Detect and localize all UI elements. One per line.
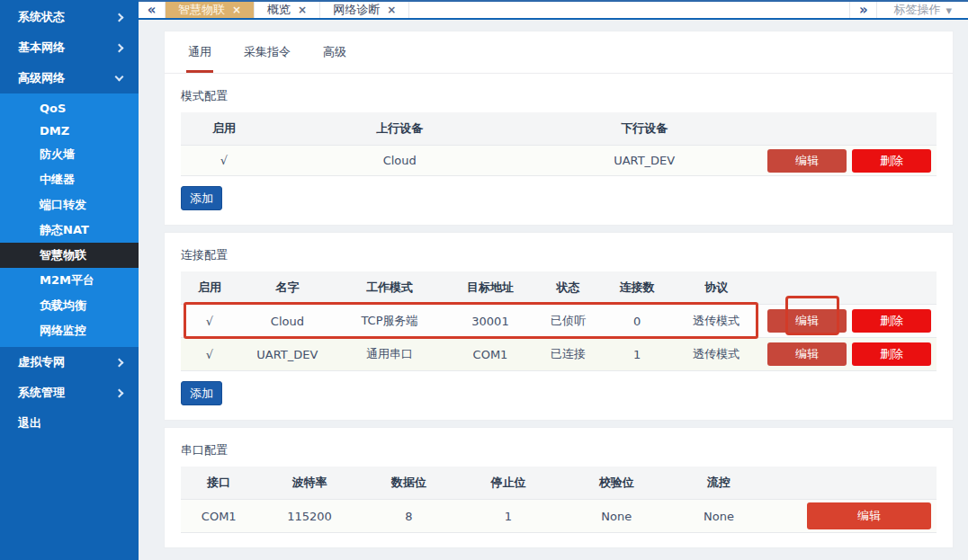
column-header: 状态: [538, 271, 598, 304]
tab-advanced[interactable]: 高级: [321, 31, 348, 73]
delete-button[interactable]: 删除: [852, 309, 931, 333]
tabs-scroll-left-icon[interactable]: «: [139, 2, 166, 18]
enabled-checkmark: √: [181, 340, 238, 369]
add-mode-button[interactable]: 添加: [181, 186, 222, 210]
column-header: 启用: [181, 271, 238, 304]
sidebar-item-vpn[interactable]: 虚拟专网: [0, 347, 139, 378]
sidebar-item-label: 端口转发: [40, 197, 86, 213]
chevron-right-icon: [115, 13, 124, 22]
chevron-right-icon: [115, 358, 124, 367]
sidebar-item-logout[interactable]: 退出: [0, 408, 139, 439]
sidebar-item-label: 静态NAT: [40, 222, 89, 238]
table-row: √ UART_DEV 通用串口 COM1 已连接 1 透传模式 编辑 删除: [181, 338, 937, 371]
name-value: UART_DEV: [238, 340, 336, 369]
sidebar-item-label: 系统状态: [18, 9, 65, 25]
connection-config-card: 连接配置 启用 名字 工作模式 目标地址 状态 连接数 协议: [164, 232, 954, 421]
edit-button[interactable]: 编辑: [767, 309, 847, 333]
sidebar-item-label: 负载均衡: [40, 298, 86, 314]
tab-operations-dropdown[interactable]: 标签操作 ▾: [876, 2, 968, 18]
column-header: 协议: [676, 271, 757, 304]
table-header-row: 启用 名字 工作模式 目标地址 状态 连接数 协议: [181, 271, 937, 305]
content-area: 通用 采集指令 高级 模式配置 启用 上行设备 下行设备: [139, 20, 968, 560]
edit-button[interactable]: 编辑: [767, 342, 847, 366]
sidebar-item-advanced-network[interactable]: 高级网络: [0, 63, 139, 93]
sidebar-item-smart-iot[interactable]: 智慧物联: [0, 243, 139, 268]
sidebar: 系统状态 基本网络 高级网络 QoS DMZ 防火墙 中继器 端口转: [0, 0, 139, 560]
column-header: 名字: [238, 271, 336, 304]
advanced-network-submenu: QoS DMZ 防火墙 中继器 端口转发 静态NAT 智慧物联 M2M平台: [0, 93, 139, 347]
target-address-value: 30001: [443, 307, 538, 336]
interface-value: COM1: [181, 502, 257, 531]
sidebar-item-label: 防火墙: [40, 147, 75, 163]
table-row: √ Cloud TCP服务端 30001 已侦听 0 透传模式 编辑: [181, 305, 937, 338]
section-title-mode-config: 模式配置: [165, 74, 953, 112]
chevron-right-icon: [115, 388, 124, 397]
tab-smart-iot[interactable]: 智慧物联 ×: [166, 2, 255, 18]
down-device-value: UART_DEV: [532, 146, 757, 175]
delete-button[interactable]: 删除: [852, 342, 931, 366]
app-window: 系统状态 基本网络 高级网络 QoS DMZ 防火墙 中继器 端口转: [0, 0, 968, 560]
sidebar-item-basic-network[interactable]: 基本网络: [0, 32, 139, 63]
tab-operations-label: 标签操作: [893, 2, 940, 18]
serial-config-table: 接口 波特率 数据位 停止位 校验位 流控 COM1 115200: [181, 467, 937, 533]
add-connection-button[interactable]: 添加: [181, 381, 222, 405]
caret-down-icon: ▾: [946, 4, 952, 17]
sidebar-item-repeater[interactable]: 中继器: [0, 167, 139, 192]
sidebar-item-dmz[interactable]: DMZ: [0, 120, 139, 142]
edit-button[interactable]: 编辑: [767, 149, 847, 173]
table-header-row: 启用 上行设备 下行设备: [181, 112, 937, 146]
sidebar-item-label: QoS: [40, 102, 66, 115]
column-header: 目标地址: [443, 271, 538, 304]
sidebar-item-label: 系统管理: [18, 385, 65, 401]
column-header: 接口: [181, 467, 257, 499]
edit-button[interactable]: 编辑: [807, 502, 931, 529]
sidebar-item-system-status[interactable]: 系统状态: [0, 2, 139, 32]
work-mode-value: 通用串口: [336, 338, 443, 370]
section-title-connection-config: 连接配置: [165, 233, 953, 271]
connection-count-value: 0: [598, 307, 676, 336]
actions-header-spacer: [757, 271, 937, 304]
close-icon[interactable]: ×: [387, 4, 396, 16]
name-value: Cloud: [238, 307, 336, 336]
tabs-scroll-right-icon[interactable]: »: [849, 2, 876, 18]
tab-general[interactable]: 通用: [186, 31, 213, 73]
mode-config-table: 启用 上行设备 下行设备 √ Cloud UART_DEV: [181, 112, 937, 176]
flow-control-value: None: [672, 502, 766, 531]
column-header: 下行设备: [532, 112, 757, 145]
content-tabs: 通用 采集指令 高级: [165, 31, 953, 74]
up-device-value: Cloud: [267, 146, 532, 175]
protocol-value: 透传模式: [676, 338, 757, 370]
main-area: « 智慧物联 × 概览 × 网络诊断 × » 标签操作 ▾: [139, 0, 968, 560]
column-header: 校验位: [561, 467, 673, 499]
sidebar-item-label: 网络监控: [40, 323, 86, 339]
tab-collect-commands[interactable]: 采集指令: [242, 31, 292, 73]
tab-overview[interactable]: 概览 ×: [255, 2, 320, 18]
close-icon[interactable]: ×: [232, 4, 241, 16]
sidebar-item-qos[interactable]: QoS: [0, 97, 139, 120]
chevron-down-icon: [115, 73, 124, 82]
tab-label: 网络诊断: [333, 2, 380, 18]
sidebar-item-load-balancing[interactable]: 负载均衡: [0, 293, 139, 318]
delete-button[interactable]: 删除: [852, 149, 931, 173]
serial-config-card: 串口配置 接口 波特率 数据位 停止位 校验位 流控: [164, 427, 954, 548]
sidebar-item-port-forwarding[interactable]: 端口转发: [0, 192, 139, 218]
protocol-value: 透传模式: [676, 305, 757, 337]
column-header: 连接数: [598, 271, 676, 304]
data-bits-value: 8: [363, 502, 456, 531]
status-value: 已连接: [538, 338, 598, 370]
stop-bits-value: 1: [456, 502, 561, 531]
sidebar-item-system-management[interactable]: 系统管理: [0, 378, 139, 408]
column-header: 流控: [672, 467, 766, 499]
sidebar-item-label: 高级网络: [18, 70, 65, 86]
sidebar-item-static-nat[interactable]: 静态NAT: [0, 218, 139, 243]
table-header-row: 接口 波特率 数据位 停止位 校验位 流控: [181, 467, 937, 500]
tab-network-diagnostics[interactable]: 网络诊断 ×: [320, 2, 409, 18]
column-header: 波特率: [257, 467, 363, 499]
column-header: 数据位: [363, 467, 456, 499]
close-icon[interactable]: ×: [298, 4, 307, 16]
sidebar-item-firewall[interactable]: 防火墙: [0, 142, 139, 167]
parity-value: None: [561, 502, 673, 531]
sidebar-item-network-monitor[interactable]: 网络监控: [0, 318, 139, 343]
tab-label: 概览: [267, 2, 291, 18]
sidebar-item-m2m-platform[interactable]: M2M平台: [0, 268, 139, 293]
